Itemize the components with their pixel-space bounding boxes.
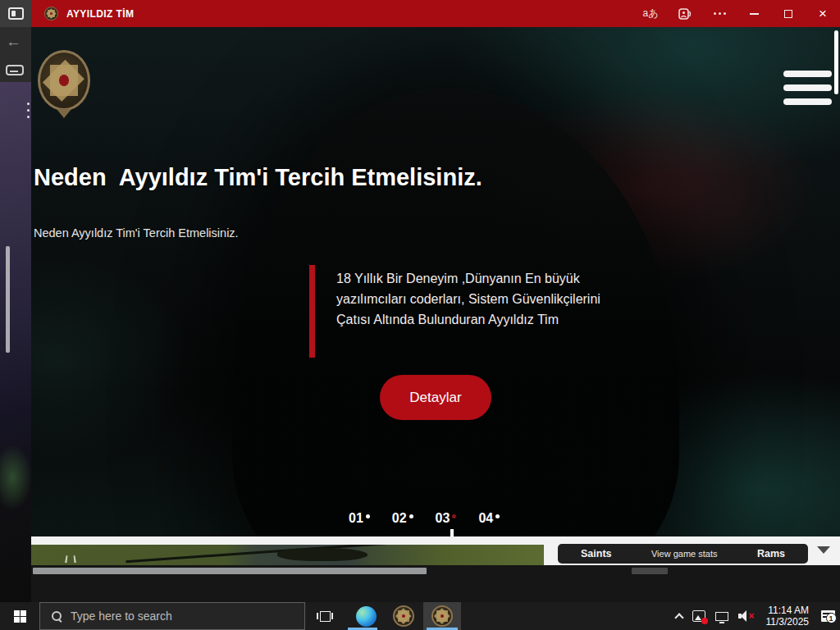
team-right-label: Rams (757, 548, 785, 559)
desktop-left-rail: ← (0, 0, 31, 602)
hamburger-menu-button[interactable] (783, 71, 832, 112)
horizontal-scrollbar[interactable] (31, 565, 840, 602)
minimize-icon (750, 13, 759, 15)
windows-taskbar: × 11:14 AM 11/3/2025 1 (0, 602, 840, 630)
vertical-scrollbar[interactable] (834, 30, 838, 94)
hero-section: Neden Ayyıldız Tim'i Tercih Etmelisiniz.… (31, 27, 840, 564)
helicopter-silhouette (277, 548, 368, 561)
system-tray: × 11:14 AM 11/3/2025 1 (671, 602, 840, 630)
clock-time: 11:14 AM (766, 605, 810, 616)
app-window: AYYILDIZ TİM aあ (31, 0, 840, 602)
tray-network-button[interactable] (710, 602, 733, 630)
football-field-image (31, 545, 544, 565)
notification-icon: 1 (821, 610, 835, 622)
page-title: Neden Ayyıldız Tim'i Tercih Etmelisiniz. (34, 164, 559, 191)
text-size-button[interactable]: aあ (633, 0, 668, 27)
edge-taskbar-button[interactable] (348, 602, 384, 630)
volume-muted-icon: × (738, 610, 755, 622)
desktop-wallpaper (0, 82, 31, 602)
background-window-edge (6, 246, 10, 353)
horizontal-scrollbar-thumb[interactable] (33, 568, 427, 574)
active-app-button[interactable] (423, 602, 461, 630)
window-title: AYYILDIZ TİM (66, 8, 134, 20)
maximize-button[interactable] (771, 0, 806, 27)
action-center-button[interactable]: 1 (815, 602, 840, 630)
browser-rail: ← (0, 27, 31, 82)
slide-dot-icon (409, 514, 413, 518)
slide-dot-icon (495, 514, 500, 518)
task-view-icon (318, 611, 331, 622)
taskbar-clock[interactable]: 11:14 AM 11/3/2025 (760, 605, 816, 628)
page-subtitle: Neden Ayyıldız Tim'i Tercih Etmelisiniz. (34, 226, 239, 240)
minimize-button[interactable] (737, 0, 771, 27)
more-options-button[interactable] (702, 0, 737, 27)
text-size-icon: aあ (643, 7, 659, 21)
close-icon: × (819, 7, 827, 21)
page-content-strip: Saints View game stats Rams (31, 536, 840, 565)
close-button[interactable]: × (806, 0, 840, 27)
clock-date: 11/3/2025 (766, 616, 810, 628)
network-icon (715, 612, 728, 621)
site-logo[interactable] (38, 50, 90, 111)
tab-switcher-button[interactable] (0, 0, 31, 27)
slide-pagination: 01 02 03 04 (349, 511, 500, 526)
search-icon (52, 611, 62, 622)
back-icon[interactable]: ← (6, 34, 21, 49)
touch-keyboard-icon[interactable] (6, 65, 24, 75)
ayyildiz-app-icon (393, 605, 414, 627)
ayyildiz-app-icon (431, 605, 453, 627)
sports-score-widget[interactable]: Saints View game stats Rams (558, 544, 808, 564)
tray-volume-button[interactable]: × (733, 602, 760, 630)
quote-text: 18 Yıllık Bir Deneyim ,Dünyanın En büyük… (336, 265, 619, 358)
edge-browser-icon (356, 606, 377, 627)
search-input[interactable] (71, 609, 284, 623)
tray-photos-button[interactable] (687, 602, 710, 630)
photos-notification-icon (692, 610, 705, 622)
chevron-up-icon (674, 613, 683, 622)
slide-indicator-1[interactable]: 01 (349, 511, 370, 526)
quote-accent-bar (309, 265, 315, 358)
read-aloud-icon (678, 8, 692, 20)
slide-dot-icon (366, 514, 370, 518)
slide-indicator-2[interactable]: 02 (392, 511, 413, 526)
slide-indicator-3-active[interactable]: 03 (436, 511, 457, 526)
read-aloud-button[interactable] (668, 0, 702, 27)
windows-logo-icon (14, 610, 26, 623)
start-button[interactable] (0, 602, 39, 630)
vertical-dots-menu-icon[interactable] (27, 103, 30, 122)
team-left-label: Saints (581, 548, 612, 559)
task-view-button[interactable] (308, 602, 341, 630)
scrollbar-segment (632, 568, 668, 574)
taskbar-search[interactable] (39, 602, 305, 630)
view-game-stats-link[interactable]: View game stats (651, 549, 718, 559)
slide-dot-icon (452, 514, 456, 518)
slide-indicator-4[interactable]: 04 (478, 511, 500, 526)
goalpost-mark (65, 555, 76, 563)
notification-count-badge: 1 (826, 613, 837, 623)
window-tab-icon (8, 7, 24, 20)
chevron-down-icon[interactable] (817, 546, 830, 554)
tray-overflow-button[interactable] (671, 602, 687, 630)
eagle-emblem-icon (57, 109, 71, 118)
maximize-icon (784, 10, 792, 18)
window-titlebar: AYYILDIZ TİM aあ (31, 0, 840, 27)
ellipsis-icon (714, 12, 726, 15)
pinned-app-button[interactable] (387, 602, 420, 630)
app-logo-icon (44, 7, 58, 21)
quote-block: 18 Yıllık Bir Deneyim ,Dünyanın En büyük… (309, 265, 646, 358)
details-button[interactable]: Detaylar (380, 375, 491, 420)
